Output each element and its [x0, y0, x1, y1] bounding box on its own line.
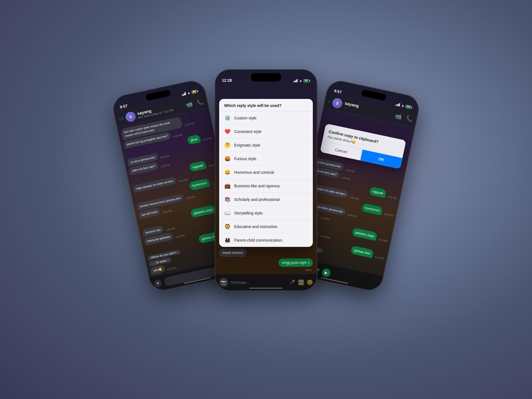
humorous-style-emoji: 😄	[224, 169, 231, 175]
signal-icon-right	[395, 103, 400, 107]
phones-container: 9:57 ▲	[114, 47, 418, 352]
educative-style-emoji: 🦁	[224, 224, 231, 230]
avatar-right: S	[332, 97, 344, 109]
style-option-parent-child[interactable]: 👨‍👩‍👧 Parent-child communication.	[219, 234, 313, 247]
message-bubble-center-received: sweet dreams	[219, 249, 247, 257]
custom-style-label: Custom style	[234, 116, 257, 120]
parent-child-style-emoji: 👨‍👩‍👧	[224, 237, 231, 243]
enigmatic-style-label: Enigmatic style	[234, 143, 260, 147]
enigmatic-style-emoji: 🤔	[224, 142, 231, 148]
wifi-icon-left: ▲	[187, 91, 191, 95]
send-icon-right: ▶	[324, 270, 328, 275]
voice-icon-center[interactable]: 🎤	[289, 279, 295, 285]
style-option-business[interactable]: 💼 Business-like and rigorous.	[219, 179, 313, 193]
chat-actions-left: 📹 📞	[185, 98, 204, 108]
style-option-educative[interactable]: 🦁 Educative and instructive.	[219, 220, 313, 234]
style-option-custom[interactable]: ⚙️ Custom style	[219, 111, 313, 125]
phone-call-icon-right[interactable]: 📞	[406, 114, 414, 122]
wifi-icon-center: ▲	[299, 79, 302, 83]
storytelling-style-label: Storytelling style.	[234, 211, 264, 215]
furious-style-label: Furious style.	[234, 157, 257, 161]
back-count-left: 2	[121, 116, 124, 121]
phone-center: 12:28 ▲	[215, 69, 317, 291]
style-option-storytelling[interactable]: 📖 Storytelling style.	[219, 206, 313, 220]
video-call-icon-left[interactable]: 📹	[185, 100, 193, 108]
style-option-humorous[interactable]: 😄 Humorous and comical.	[219, 166, 313, 179]
wifi-icon-right: ▲	[401, 103, 405, 108]
signal-icon-center	[293, 79, 298, 82]
center-phone-bg: 12:28 ▲	[215, 70, 317, 290]
video-call-icon-right[interactable]: 📹	[394, 112, 402, 120]
furious-style-emoji: 🤬	[224, 156, 231, 162]
consistent-style-label: Consistent style	[234, 129, 262, 134]
back-button-left[interactable]: ‹ 2	[118, 115, 124, 123]
seen-text-center: Seen	[219, 268, 312, 272]
storytelling-style-emoji: 📖	[224, 210, 231, 216]
parent-child-style-label: Parent-child communication.	[234, 238, 283, 242]
chat-actions-right: 📹 📞	[394, 112, 414, 122]
style-picker-modal: Which reply style will be used? ⚙️ Custo…	[219, 99, 313, 247]
battery-icon-center	[304, 79, 310, 82]
sticker-icon-center[interactable]: 😊	[307, 279, 313, 285]
business-style-label: Business-like and rigorous.	[234, 184, 281, 188]
message-bubble-center-sent: omgg good night :)	[278, 259, 313, 267]
consistent-style-emoji: ❤️	[224, 129, 231, 135]
status-icons-center: ▲	[293, 79, 310, 83]
gallery-icon-center[interactable]: 🖼️	[298, 279, 304, 285]
custom-style-emoji: ⚙️	[224, 115, 231, 121]
humorous-style-label: Humorous and comical.	[234, 170, 275, 175]
modal-title: Which reply style will be used?	[219, 99, 313, 111]
back-button-right[interactable]: ‹	[328, 98, 331, 105]
time-left: 9:57	[119, 103, 128, 109]
style-option-enigmatic[interactable]: 🤔 Enigmatic style	[219, 139, 313, 152]
home-indicator-center	[249, 288, 283, 289]
time-right: 9:57	[334, 88, 342, 94]
scholarly-style-emoji: 📚	[224, 196, 231, 203]
battery-icon-right	[406, 105, 413, 109]
message-input-center[interactable]: Message...	[231, 280, 286, 285]
style-option-consistent[interactable]: ❤️ Consistent style	[219, 125, 313, 139]
educative-style-label: Educative and instructive.	[234, 224, 278, 229]
battery-icon-left	[191, 89, 198, 94]
bottom-messages-center: sweet dreams omgg good night :) Seen	[215, 246, 317, 274]
add-button-left[interactable]: +	[153, 279, 162, 288]
message-bubble: gbsa	[187, 134, 201, 145]
dynamic-island-center	[251, 73, 281, 81]
avatar-left: S	[125, 111, 137, 123]
scholarly-style-label: Scholarly and professional.	[234, 197, 281, 202]
style-option-scholarly[interactable]: 📚 Scholarly and professional.	[219, 193, 313, 206]
send-button-right[interactable]: ▶	[321, 268, 331, 278]
business-style-emoji: 💼	[224, 183, 231, 189]
time-center: 12:28	[222, 78, 232, 83]
signal-icon-left	[181, 92, 186, 96]
camera-button-center[interactable]: 📷	[219, 278, 228, 287]
phone-call-icon-left[interactable]: 📞	[196, 98, 204, 106]
style-option-furious[interactable]: 🤬 Furious style.	[219, 152, 313, 166]
